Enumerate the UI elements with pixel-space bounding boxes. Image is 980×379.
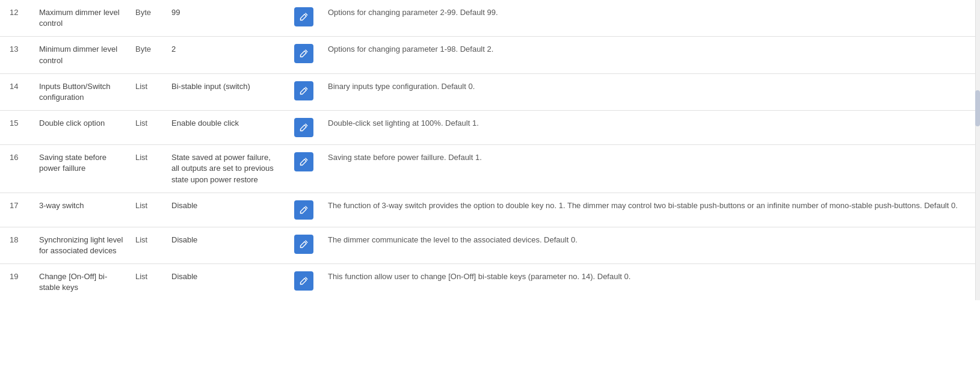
row-format: List bbox=[129, 264, 165, 301]
table-row: 16 Saving state before power faillure Li… bbox=[0, 145, 980, 193]
row-number: 15 bbox=[0, 111, 33, 145]
row-number: 18 bbox=[0, 227, 33, 263]
table-row: 19 Change [On-Off] bi-stable keys List D… bbox=[0, 264, 980, 301]
row-format: Byte bbox=[129, 37, 165, 73]
row-action bbox=[286, 193, 322, 227]
row-number: 19 bbox=[0, 264, 33, 301]
table-row: 14 Inputs Button/Switch configuration Li… bbox=[0, 73, 980, 110]
row-name: Saving state before power faillure bbox=[33, 145, 129, 193]
row-format: Byte bbox=[129, 0, 165, 37]
row-value: Disable bbox=[165, 227, 286, 263]
parameters-table: 12 Maximum dimmer level control Byte 99 … bbox=[0, 0, 980, 300]
row-value: State saved at power failure, all output… bbox=[165, 145, 286, 193]
row-description: The dimmer communicate the level to the … bbox=[322, 227, 980, 263]
row-description: The function of 3-way switch provides th… bbox=[322, 193, 980, 227]
row-description: Double-click set lighting at 100%. Defau… bbox=[322, 111, 980, 145]
row-description: This function allow user to change [On-O… bbox=[322, 264, 980, 301]
edit-button[interactable] bbox=[294, 118, 313, 137]
row-value: 2 bbox=[165, 37, 286, 73]
row-action bbox=[286, 111, 322, 145]
edit-button[interactable] bbox=[294, 7, 313, 26]
row-name: Change [On-Off] bi-stable keys bbox=[33, 264, 129, 301]
row-name: Double click option bbox=[33, 111, 129, 145]
row-number: 14 bbox=[0, 73, 33, 110]
edit-button[interactable] bbox=[294, 44, 313, 63]
row-value: Enable double click bbox=[165, 111, 286, 145]
row-description: Saving state before power faillure. Defa… bbox=[322, 145, 980, 193]
edit-button[interactable] bbox=[294, 200, 313, 220]
table-row: 12 Maximum dimmer level control Byte 99 … bbox=[0, 0, 980, 37]
edit-button[interactable] bbox=[294, 271, 313, 291]
table-row: 17 3-way switch List Disable The functio… bbox=[0, 193, 980, 227]
row-description: Binary inputs type configuration. Defaul… bbox=[322, 73, 980, 110]
row-format: List bbox=[129, 73, 165, 110]
row-name: Minimum dimmer level control bbox=[33, 37, 129, 73]
row-number: 12 bbox=[0, 0, 33, 37]
table-row: 13 Minimum dimmer level control Byte 2 O… bbox=[0, 37, 980, 73]
row-action bbox=[286, 37, 322, 73]
row-format: List bbox=[129, 111, 165, 145]
row-description: Options for changing parameter 2-99. Def… bbox=[322, 0, 980, 37]
row-value: Disable bbox=[165, 264, 286, 301]
row-action bbox=[286, 145, 322, 193]
table-row: 18 Synchronizing light level for associa… bbox=[0, 227, 980, 263]
row-number: 13 bbox=[0, 37, 33, 73]
parameters-table-container: 12 Maximum dimmer level control Byte 99 … bbox=[0, 0, 980, 300]
edit-button[interactable] bbox=[294, 235, 313, 254]
row-value: 99 bbox=[165, 0, 286, 37]
row-format: List bbox=[129, 193, 165, 227]
row-value: Bi-stable input (switch) bbox=[165, 73, 286, 110]
row-action bbox=[286, 73, 322, 110]
row-description: Options for changing parameter 1-98. Def… bbox=[322, 37, 980, 73]
row-number: 17 bbox=[0, 193, 33, 227]
row-format: List bbox=[129, 145, 165, 193]
row-number: 16 bbox=[0, 145, 33, 193]
scrollbar-thumb[interactable] bbox=[975, 90, 980, 126]
row-name: Inputs Button/Switch configuration bbox=[33, 73, 129, 110]
table-row: 15 Double click option List Enable doubl… bbox=[0, 111, 980, 145]
edit-button[interactable] bbox=[294, 81, 313, 100]
row-action bbox=[286, 0, 322, 37]
row-name: 3-way switch bbox=[33, 193, 129, 227]
row-format: List bbox=[129, 227, 165, 263]
row-name: Synchronizing light level for associated… bbox=[33, 227, 129, 263]
edit-button[interactable] bbox=[294, 152, 313, 171]
scrollbar[interactable] bbox=[975, 0, 980, 300]
row-action bbox=[286, 227, 322, 263]
row-name: Maximum dimmer level control bbox=[33, 0, 129, 37]
row-action bbox=[286, 264, 322, 301]
row-value: Disable bbox=[165, 193, 286, 227]
